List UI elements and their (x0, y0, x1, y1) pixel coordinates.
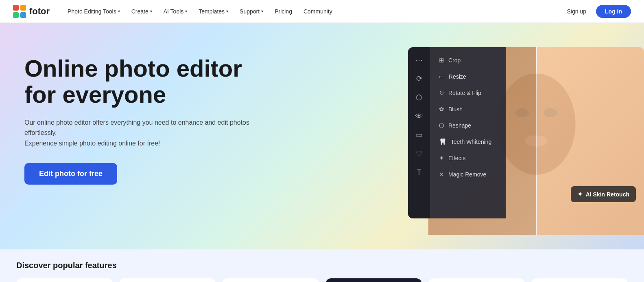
editor-sidebar: ⋯ ⟳ ⬡ 👁 ▭ ♡ T ⊞ Crop ▭ Resize ↻ (408, 47, 506, 218)
menu-item-teeth-whitening[interactable]: 🦷 Teeth Whitening (432, 134, 503, 150)
nav-community[interactable]: Community (299, 6, 337, 17)
sidebar-icon-column: ⋯ ⟳ ⬡ 👁 ▭ ♡ T (408, 47, 430, 218)
navbar: fotor Photo Editing Tools ▾ Create ▾ AI … (0, 0, 644, 23)
feature-remove-background[interactable]: ⬡ Remove background (325, 278, 422, 282)
feature-enhance-photo[interactable]: ✦ Enhance photo (222, 278, 319, 282)
nav-create[interactable]: Create ▾ (127, 6, 157, 17)
feature-ai-image-generator[interactable]: 🖼️ AI image generator (119, 278, 216, 282)
menu-item-magic-remove[interactable]: ✕ Magic Remove (432, 166, 503, 183)
sidebar-heart-icon[interactable]: ♡ (411, 146, 427, 161)
logo[interactable]: fotor (13, 5, 50, 18)
fotor-logo-icon (13, 5, 26, 18)
svg-point-4 (497, 73, 575, 174)
svg-rect-0 (13, 5, 19, 11)
signup-button[interactable]: Sign up (562, 6, 591, 17)
chevron-icon: ▾ (261, 9, 263, 13)
nav-support[interactable]: Support ▾ (235, 6, 268, 17)
svg-point-5 (515, 108, 529, 117)
editor-menu: ⊞ Crop ▭ Resize ↻ Rotate & Flip ✿ Blush … (430, 47, 506, 218)
sidebar-text-icon[interactable]: T (411, 165, 427, 180)
svg-rect-3 (20, 12, 26, 18)
ai-skin-retouch-badge: ✦ AI Skin Retouch (571, 186, 636, 202)
ai-badge-icon: ✦ (577, 190, 583, 198)
hero-title: Online photo editor for everyone (24, 55, 260, 108)
effects-icon: ✦ (439, 154, 444, 162)
svg-point-6 (544, 108, 557, 117)
menu-item-blush[interactable]: ✿ Blush (432, 101, 503, 117)
features-grid: ✏️ Create a design 🖼️ AI image generator… (16, 278, 628, 282)
chevron-icon: ▾ (226, 9, 228, 13)
nav-links: Photo Editing Tools ▾ Create ▾ AI Tools … (63, 6, 562, 17)
logo-text: fotor (29, 6, 50, 17)
menu-item-effects[interactable]: ✦ Effects (432, 150, 503, 166)
nav-ai-tools[interactable]: AI Tools ▾ (159, 6, 192, 17)
sidebar-grid-icon[interactable]: ⋯ (411, 52, 427, 68)
hero-section: Online photo editor for everyone Our onl… (0, 23, 644, 249)
chevron-icon: ▾ (150, 9, 152, 13)
chevron-icon: ▾ (185, 9, 187, 13)
feature-photo-to-art[interactable]: G Photo to art (428, 278, 525, 282)
edit-photo-button[interactable]: Edit photo for free (24, 163, 117, 185)
features-title: Discover popular features (16, 261, 628, 270)
menu-item-crop[interactable]: ⊞ Crop (432, 52, 503, 68)
sidebar-crop-icon[interactable]: ▭ (411, 127, 427, 143)
editor-panel: ✦ AI Skin Retouch ⋯ ⟳ ⬡ 👁 ▭ ♡ T ⊞ Crop (408, 47, 644, 235)
reshape-icon: ⬡ (439, 122, 444, 129)
nav-photo-editing[interactable]: Photo Editing Tools ▾ (63, 6, 125, 17)
sidebar-effects-icon[interactable]: ⬡ (411, 90, 427, 105)
feature-generate-headshots[interactable]: 👤 Generate Headshots (531, 278, 628, 282)
svg-rect-2 (13, 12, 19, 18)
feature-create-design[interactable]: ✏️ Create a design (16, 278, 113, 282)
features-section: Discover popular features ✏️ Create a de… (0, 249, 644, 282)
menu-item-resize[interactable]: ▭ Resize (432, 68, 503, 85)
hero-description: Our online photo editor offers everythin… (24, 117, 260, 149)
rotate-icon: ↻ (439, 89, 444, 97)
blush-icon: ✿ (439, 106, 444, 113)
magic-remove-icon: ✕ (439, 171, 444, 178)
menu-item-reshape[interactable]: ⬡ Reshape (432, 117, 503, 134)
sidebar-adjust-icon[interactable]: ⟳ (411, 71, 427, 86)
nav-actions: Sign up Log in (562, 5, 631, 18)
resize-icon: ▭ (439, 73, 445, 80)
nav-templates[interactable]: Templates ▾ (194, 6, 233, 17)
login-button[interactable]: Log in (596, 5, 631, 18)
svg-point-7 (525, 135, 547, 147)
crop-icon: ⊞ (439, 57, 444, 64)
svg-rect-1 (20, 5, 26, 11)
hero-content: Online photo editor for everyone Our onl… (24, 55, 260, 185)
chevron-icon: ▾ (118, 9, 120, 13)
menu-item-rotate[interactable]: ↻ Rotate & Flip (432, 85, 503, 101)
teeth-icon: 🦷 (439, 138, 447, 145)
nav-pricing[interactable]: Pricing (270, 6, 297, 17)
sidebar-eye-icon[interactable]: 👁 (411, 108, 427, 124)
